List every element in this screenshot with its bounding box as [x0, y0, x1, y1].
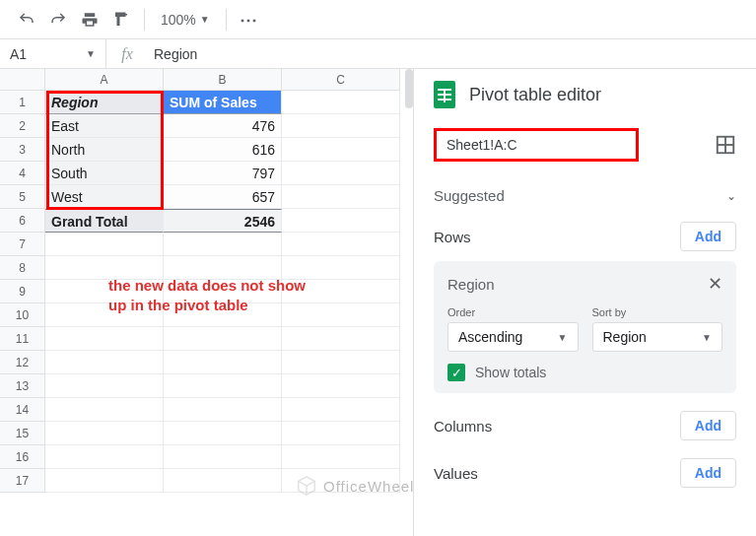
name-box[interactable]: A1 ▼: [0, 39, 106, 68]
cell[interactable]: [282, 233, 400, 256]
add-values-button[interactable]: Add: [680, 458, 736, 488]
cell[interactable]: East: [45, 114, 164, 138]
cell[interactable]: [45, 422, 164, 445]
cell[interactable]: [282, 445, 400, 469]
fx-icon: fx: [106, 45, 148, 63]
separator: [144, 9, 145, 31]
show-totals-checkbox[interactable]: ✓ Show totals: [447, 364, 722, 381]
chevron-down-icon: ⌄: [726, 189, 736, 203]
pivot-editor-panel: Pivot table editor Sheet1!A:C Suggested …: [414, 69, 756, 536]
cell[interactable]: 657: [164, 185, 282, 209]
col-header[interactable]: A: [45, 69, 164, 91]
pivot-grand-total-value[interactable]: 2546: [164, 209, 282, 233]
print-icon[interactable]: [77, 7, 103, 33]
cell[interactable]: [282, 422, 400, 445]
row-header[interactable]: 12: [0, 351, 45, 374]
row-header[interactable]: 6: [0, 209, 45, 233]
row-header[interactable]: 16: [0, 445, 45, 469]
sortby-value: Region: [603, 329, 647, 345]
formula-input[interactable]: Region: [148, 46, 197, 62]
more-icon[interactable]: ⋯: [237, 7, 262, 33]
data-range-value: Sheet1!A:C: [447, 137, 517, 153]
add-rows-button[interactable]: Add: [680, 222, 736, 251]
columns-label: Columns: [434, 418, 492, 435]
row-header[interactable]: 13: [0, 374, 45, 398]
col-header[interactable]: C: [282, 69, 400, 91]
row-header[interactable]: 3: [0, 138, 45, 162]
cell[interactable]: [282, 374, 400, 398]
row-header[interactable]: 8: [0, 256, 45, 280]
cell[interactable]: [45, 469, 164, 493]
add-columns-button[interactable]: Add: [680, 411, 736, 440]
suggested-section[interactable]: Suggested ⌄: [434, 187, 736, 204]
row-header[interactable]: 15: [0, 422, 45, 445]
row-header[interactable]: 1: [0, 91, 45, 114]
pivot-row-header[interactable]: Region: [45, 91, 164, 114]
cell[interactable]: [164, 422, 282, 445]
cell[interactable]: [282, 209, 400, 233]
row-header[interactable]: 17: [0, 469, 45, 493]
cell[interactable]: North: [45, 138, 164, 162]
cell[interactable]: [45, 398, 164, 422]
order-value: Ascending: [458, 329, 522, 345]
separator: [226, 9, 227, 31]
undo-icon[interactable]: [14, 7, 39, 33]
cell[interactable]: [164, 233, 282, 256]
annotation-text: the new data does not show up in the piv…: [108, 276, 325, 316]
zoom-dropdown[interactable]: 100% ▼: [155, 12, 216, 28]
row-header[interactable]: 10: [0, 303, 45, 327]
select-all-corner[interactable]: [0, 69, 45, 91]
cell[interactable]: [164, 445, 282, 469]
row-header[interactable]: 7: [0, 233, 45, 256]
cell[interactable]: [282, 327, 400, 351]
cell[interactable]: [282, 91, 400, 114]
cell[interactable]: [45, 351, 164, 374]
select-range-icon[interactable]: [715, 134, 736, 156]
row-header[interactable]: 2: [0, 114, 45, 138]
pivot-grand-total-label[interactable]: Grand Total: [45, 209, 164, 233]
rows-field-chip: Region ✕ Order Ascending ▼ Sort by: [434, 261, 736, 393]
rows-label: Rows: [434, 229, 471, 245]
cell[interactable]: [45, 374, 164, 398]
scrollbar[interactable]: [405, 69, 413, 108]
cell[interactable]: [164, 351, 282, 374]
pivot-value-header[interactable]: SUM of Sales: [164, 91, 282, 114]
cell[interactable]: [282, 138, 400, 162]
cell[interactable]: [164, 374, 282, 398]
sortby-dropdown[interactable]: Region ▼: [592, 322, 723, 352]
cell[interactable]: South: [45, 162, 164, 185]
order-dropdown[interactable]: Ascending ▼: [447, 322, 579, 352]
row-header[interactable]: 11: [0, 327, 45, 351]
chevron-down-icon: ▼: [200, 14, 210, 25]
remove-field-icon[interactable]: ✕: [708, 273, 722, 295]
cell[interactable]: [282, 398, 400, 422]
cell[interactable]: 616: [164, 138, 282, 162]
checkbox-checked-icon: ✓: [447, 364, 465, 381]
cell[interactable]: [164, 398, 282, 422]
cell[interactable]: West: [45, 185, 164, 209]
cell[interactable]: [45, 327, 164, 351]
cell[interactable]: [282, 114, 400, 138]
cell[interactable]: [282, 162, 400, 185]
cell[interactable]: [282, 351, 400, 374]
row-header[interactable]: 4: [0, 162, 45, 185]
row-header[interactable]: 14: [0, 398, 45, 422]
cell[interactable]: 476: [164, 114, 282, 138]
columns-section-header: Columns Add: [434, 411, 736, 440]
chevron-down-icon: ▼: [702, 332, 712, 343]
row-header[interactable]: 5: [0, 185, 45, 209]
cell[interactable]: [164, 327, 282, 351]
paint-format-icon[interactable]: [108, 7, 134, 33]
cell[interactable]: [164, 469, 282, 493]
cell[interactable]: [45, 233, 164, 256]
data-range-input[interactable]: Sheet1!A:C: [434, 128, 639, 162]
col-header[interactable]: B: [164, 69, 282, 91]
redo-icon[interactable]: [45, 7, 71, 33]
cell[interactable]: [45, 445, 164, 469]
cell[interactable]: 797: [164, 162, 282, 185]
row-header[interactable]: 9: [0, 280, 45, 303]
sheets-icon: [434, 81, 455, 108]
cell[interactable]: [282, 185, 400, 209]
panel-title: Pivot table editor: [469, 85, 601, 105]
values-label: Values: [434, 465, 478, 482]
